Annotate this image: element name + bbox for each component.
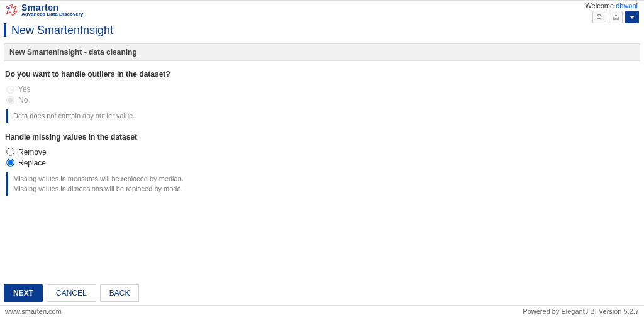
- outliers-info: Data does not contain any outlier value.: [6, 109, 639, 123]
- svg-point-0: [8, 7, 10, 9]
- footer-version: Powered by ElegantJ BI Version 5.2.7: [523, 308, 639, 315]
- missing-remove-label: Remove: [18, 148, 47, 157]
- username: dhwani: [616, 2, 638, 9]
- home-icon: [613, 14, 619, 21]
- search-icon: [596, 14, 603, 21]
- svg-point-1: [597, 14, 601, 18]
- outliers-yes-label: Yes: [18, 85, 31, 94]
- missing-replace-label: Replace: [18, 158, 46, 167]
- cancel-button[interactable]: CANCEL: [47, 284, 96, 302]
- missing-replace-option[interactable]: Replace: [6, 158, 639, 167]
- home-button[interactable]: [609, 11, 623, 23]
- outliers-yes-radio[interactable]: [6, 86, 14, 94]
- missing-remove-option[interactable]: Remove: [6, 148, 639, 157]
- next-button[interactable]: NEXT: [4, 284, 43, 302]
- search-button[interactable]: [592, 11, 606, 23]
- page-title: New SmartenInsight: [11, 24, 113, 37]
- brand-logo: Smarten Advanced Data Discovery: [4, 2, 83, 17]
- missing-question: Handle missing values in the dataset: [5, 133, 639, 142]
- outliers-no-option[interactable]: No: [6, 96, 639, 104]
- logo-icon: [4, 3, 19, 17]
- section-header: New SmartenInsight - data cleaning: [4, 43, 640, 61]
- back-button[interactable]: BACK: [100, 284, 140, 302]
- svg-line-2: [600, 18, 602, 19]
- missing-remove-radio[interactable]: [6, 148, 14, 156]
- outliers-no-radio[interactable]: [6, 96, 14, 104]
- outliers-yes-option[interactable]: Yes: [6, 85, 639, 94]
- outliers-question: Do you want to handle outliers in the da…: [5, 70, 639, 79]
- missing-replace-radio[interactable]: [6, 158, 14, 167]
- brand-tagline: Advanced Data Discovery: [21, 12, 83, 17]
- missing-info: Missing values in measures will be repla…: [6, 172, 639, 196]
- title-accent: [4, 23, 6, 37]
- chevron-down-icon: [630, 16, 635, 19]
- welcome-text: Welcome dhwani: [585, 2, 640, 11]
- footer-url[interactable]: www.smarten.com: [5, 308, 62, 315]
- menu-dropdown-button[interactable]: [625, 11, 639, 23]
- outliers-no-label: No: [18, 96, 28, 104]
